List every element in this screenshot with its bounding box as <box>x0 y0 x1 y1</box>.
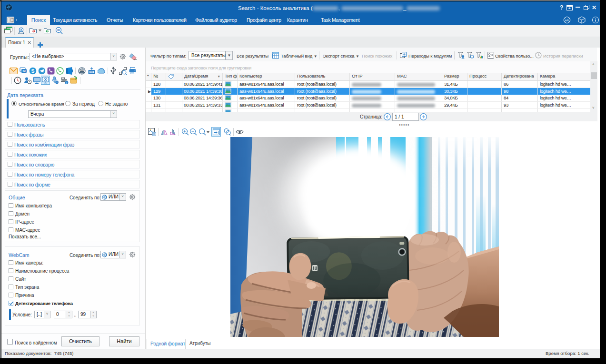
svg-text:ID: ID <box>57 29 60 31</box>
svg-text:API: API <box>565 19 569 22</box>
svg-text:HTTP: HTTP <box>79 70 84 72</box>
svg-text:IM: IM <box>22 69 26 72</box>
svg-text:FTP: FTP <box>90 71 94 73</box>
svg-text:S: S <box>31 68 34 74</box>
